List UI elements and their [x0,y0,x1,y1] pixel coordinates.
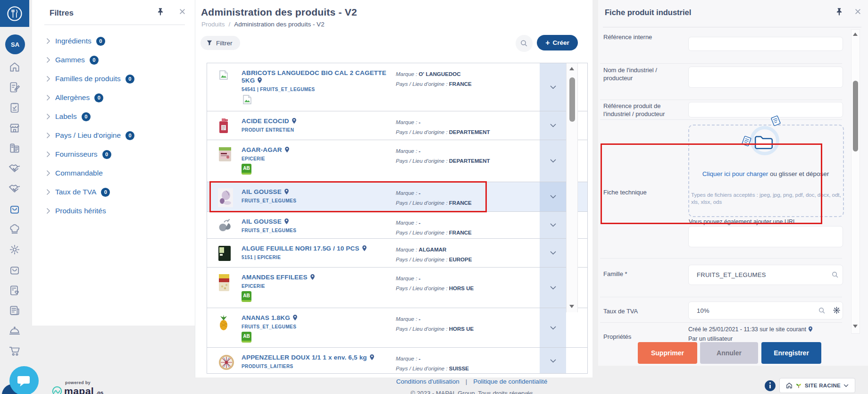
filter-count-badge: 0 [125,75,134,84]
clipboard-heart-icon[interactable] [8,284,21,296]
product-info: AMANDES EFFILEESEPICERIEAB [242,274,396,308]
shopping-cart-icon[interactable] [8,345,21,357]
search-icon[interactable] [832,271,839,278]
row-expand-button[interactable] [540,140,566,182]
main-panel: Administration des produits - V2 Produit… [195,0,593,377]
breadcrumb-parent[interactable]: Produits [201,21,225,28]
garlic-photo [218,188,235,211]
row-expand-button[interactable] [540,63,566,111]
product-row[interactable]: ANANAS 1.8KGFRUITS_ET_LEGUMESABMarque : … [207,308,587,348]
search-button[interactable] [516,35,533,52]
pin-icon[interactable] [156,8,165,16]
close-icon[interactable] [179,8,186,15]
upload-link[interactable]: Cliquer ici pour charger [702,170,768,177]
filter-item-allerg-nes[interactable]: Allergènes0 [32,88,195,107]
row-expand-button[interactable] [540,239,566,267]
chef-hat-icon[interactable] [8,223,21,235]
url-hint: Vous pouvez également ajouter une URL [689,218,796,225]
row-expand-button[interactable] [540,111,566,140]
document-edit-icon[interactable] [8,81,21,93]
filter-item-label: Gammes [55,56,85,64]
filter-count-badge: 0 [94,93,103,102]
product-row[interactable]: AIL GOUSSEFRUITS_ET_LEGUMESMarque : -Pay… [207,212,587,239]
product-row[interactable]: AIL GOUSSEFRUITS_ET_LEGUMESMarque : -Pay… [207,182,587,212]
avatar[interactable]: SA [5,34,25,54]
url-field[interactable] [688,226,843,247]
scrollbar-thumb[interactable] [853,81,858,151]
accepted-file-types: Types de fichiers acceptés : jpeg, jpg, … [691,192,850,206]
scroll-down-icon[interactable] [853,325,858,328]
product-row[interactable]: ALGUE FEUILLE NORI 17.5G / 10 PCS5151 | … [207,239,587,268]
search-icon[interactable] [818,307,826,314]
delete-button[interactable]: Supprimer [638,342,697,364]
pin-icon[interactable] [835,8,843,16]
cloche-icon[interactable] [8,325,21,337]
shopping-bag-icon[interactable] [8,203,21,215]
product-row[interactable]: AMANDES EFFILEESEPICERIEABMarque : -Pays… [207,268,587,308]
clipboard-check-icon[interactable] [8,101,21,114]
divider [600,100,842,100]
privacy-link[interactable]: Politique de confidentialité [473,378,547,385]
handshake-icon[interactable] [8,162,21,175]
chevron-right-icon [46,75,50,82]
location-pin-icon [284,188,289,195]
product-row[interactable]: APPENZELLER DOUX 1/1 1 x env. 6,5 kgPROD… [207,348,587,374]
panel-scrollbar[interactable] [851,29,860,334]
scroll-down-icon[interactable] [569,305,574,308]
filter-item-familles-de-produits[interactable]: Familles de produits0 [32,69,195,88]
scroll-up-icon[interactable] [853,33,858,36]
chevron-right-icon [46,189,50,195]
copyright: © 2023 - MAPAL Group. Tous droits réserv… [75,390,868,394]
marque-label: Marque : [396,276,419,281]
filter-button[interactable]: Filtrer [200,36,240,50]
filter-item-labels[interactable]: Labels0 [32,107,195,126]
cancel-button[interactable]: Annuler [700,342,758,364]
create-button[interactable]: + Créer [537,35,578,50]
row-expand-button[interactable] [540,308,566,347]
info-icon[interactable] [764,380,776,392]
storefront-icon[interactable] [8,122,21,134]
reference-produit-field[interactable] [688,102,843,117]
field-label: Référence produit de l'industriel / prod… [603,102,683,118]
chevron-down-icon [550,286,556,290]
close-icon[interactable] [855,8,861,15]
news-icon[interactable] [8,304,21,317]
filter-item-fournisseurs[interactable]: Fournisseurs0 [32,145,195,164]
filter-item-pays-lieu-d-origine[interactable]: Pays / Lieu d'origine0 [32,126,195,145]
product-row[interactable]: AGAR-AGAREPICERIEABMarque : -Pays / Lieu… [207,140,587,182]
row-expand-button[interactable] [540,212,566,238]
filter-item-produits-h-rit-s[interactable]: Produits hérités [32,201,195,220]
upload-instructions: Cliquer ici pour charger ou glisser et d… [691,170,841,178]
handshake-2-icon[interactable] [8,183,21,195]
product-meta: Marque : O' LANGUEDOCPays / Lieu d'origi… [396,69,472,111]
product-row[interactable]: ABRICOTS LANGUEDOC BIO CAL 2 CAGETTE 5KG… [207,63,587,111]
filter-item-commandable[interactable]: Commandable [32,164,195,183]
list-scrollbar[interactable] [566,63,578,312]
search-icon [520,40,528,47]
footer-separator: | [466,378,467,385]
gear-icon[interactable] [833,306,840,313]
reference-interne-field[interactable] [688,37,843,51]
invoice-icon[interactable] [8,142,21,154]
row-expand-button[interactable] [540,268,566,308]
shopping-bag-2-icon[interactable] [8,264,21,276]
filter-item-ingr-dients[interactable]: Ingrédients0 [32,32,195,50]
chat-bubble-button[interactable] [9,366,39,394]
filter-item-gammes[interactable]: Gammes0 [32,50,195,69]
filter-item-taux-de-tva[interactable]: Taux de TVA0 [32,183,195,201]
scrollbar-thumb[interactable] [569,77,575,122]
row-expand-button[interactable] [540,182,566,211]
nom-industriel-field[interactable] [688,67,843,88]
settings-gear-icon[interactable] [8,243,21,256]
chevron-down-icon [550,359,556,363]
famille-field[interactable] [688,265,843,285]
row-expand-button[interactable] [540,348,566,374]
product-row[interactable]: ACIDE ECOCIDPRODUIT ENTRETIENMarque : -P… [207,111,587,140]
site-selector[interactable]: SITE RACINE [779,378,855,393]
scroll-up-icon[interactable] [569,67,574,70]
save-button[interactable]: Enregistrer [761,342,821,364]
cheese-wheel-photo [218,354,235,374]
restaurant-logo-icon[interactable] [0,0,29,27]
terms-link[interactable]: Conditions d'utilisation [396,378,459,385]
home-icon[interactable] [8,61,21,73]
